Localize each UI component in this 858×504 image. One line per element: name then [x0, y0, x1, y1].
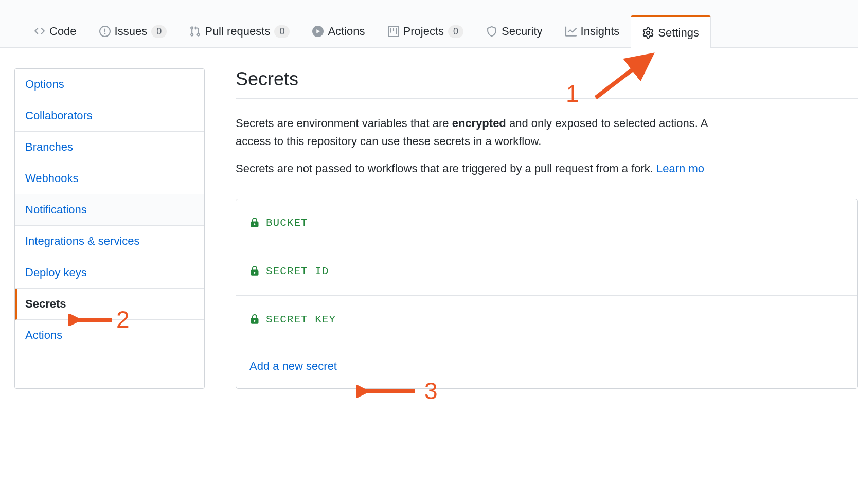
- secret-name: SECRET_ID: [266, 265, 329, 277]
- tab-label: Code: [49, 25, 77, 38]
- tab-code[interactable]: Code: [23, 15, 88, 47]
- secret-row: BUCKET: [236, 199, 857, 247]
- project-icon: [388, 26, 399, 37]
- tab-label: Pull requests: [205, 25, 270, 38]
- annotation-number-2: 2: [116, 305, 130, 333]
- divider: [236, 98, 858, 99]
- add-secret-link[interactable]: Add a new secret: [249, 359, 337, 372]
- secret-name: SECRET_KEY: [266, 314, 336, 326]
- tab-insights[interactable]: Insights: [554, 15, 631, 47]
- repo-tabs: Code Issues 0 Pull requests 0 Actions Pr…: [0, 0, 858, 48]
- sidebar-item-deploy-keys[interactable]: Deploy keys: [15, 257, 204, 289]
- page-title: Secrets: [236, 68, 858, 90]
- tab-label: Settings: [658, 26, 699, 40]
- tab-label: Insights: [581, 25, 620, 38]
- main-content: Secrets Secrets are environment variable…: [236, 68, 858, 389]
- tab-label: Projects: [403, 25, 444, 38]
- annotation-number-1: 1: [566, 80, 579, 107]
- tab-issues[interactable]: Issues 0: [88, 15, 178, 47]
- shield-icon: [486, 26, 497, 37]
- secret-row: SECRET_ID: [236, 247, 857, 296]
- sidebar-item-collaborators[interactable]: Collaborators: [15, 100, 204, 132]
- tab-label: Issues: [115, 25, 148, 38]
- tab-label: Actions: [328, 25, 365, 38]
- tab-settings[interactable]: Settings: [631, 15, 711, 48]
- secrets-description-2: Secrets are not passed to workflows that…: [236, 159, 858, 177]
- secrets-list: BUCKET SECRET_ID SECRET_KEY Add a new se…: [236, 199, 858, 389]
- pr-icon: [189, 26, 201, 37]
- add-secret-row: Add a new secret: [236, 344, 857, 388]
- learn-more-link[interactable]: Learn mo: [656, 162, 704, 175]
- tab-actions[interactable]: Actions: [301, 15, 376, 47]
- code-icon: [34, 26, 45, 37]
- tab-counter: 0: [151, 25, 167, 38]
- graph-icon: [565, 26, 577, 37]
- sidebar-item-secrets[interactable]: Secrets: [15, 289, 204, 320]
- sidebar-item-actions[interactable]: Actions: [15, 320, 204, 351]
- secrets-description-1: Secrets are environment variables that a…: [236, 114, 858, 150]
- sidebar-item-integrations[interactable]: Integrations & services: [15, 226, 204, 257]
- tab-counter: 0: [448, 25, 463, 38]
- tab-security[interactable]: Security: [475, 15, 553, 47]
- gear-icon: [642, 27, 654, 39]
- annotation-number-3: 3: [424, 377, 438, 405]
- tab-projects[interactable]: Projects 0: [377, 15, 475, 47]
- settings-sidebar: Options Collaborators Branches Webhooks …: [14, 68, 205, 389]
- sidebar-item-options[interactable]: Options: [15, 69, 204, 100]
- lock-icon: [249, 218, 260, 228]
- lock-icon: [249, 314, 260, 325]
- tab-pull-requests[interactable]: Pull requests 0: [178, 15, 301, 47]
- secret-name: BUCKET: [266, 217, 308, 229]
- sidebar-item-branches[interactable]: Branches: [15, 132, 204, 163]
- lock-icon: [249, 266, 260, 276]
- tab-label: Security: [502, 25, 542, 38]
- sidebar-item-webhooks[interactable]: Webhooks: [15, 163, 204, 194]
- play-icon: [312, 26, 324, 37]
- issue-icon: [99, 26, 111, 37]
- sidebar-item-notifications[interactable]: Notifications: [15, 194, 204, 226]
- secret-row: SECRET_KEY: [236, 296, 857, 344]
- tab-counter: 0: [274, 25, 290, 38]
- page-layout: Options Collaborators Branches Webhooks …: [0, 48, 858, 409]
